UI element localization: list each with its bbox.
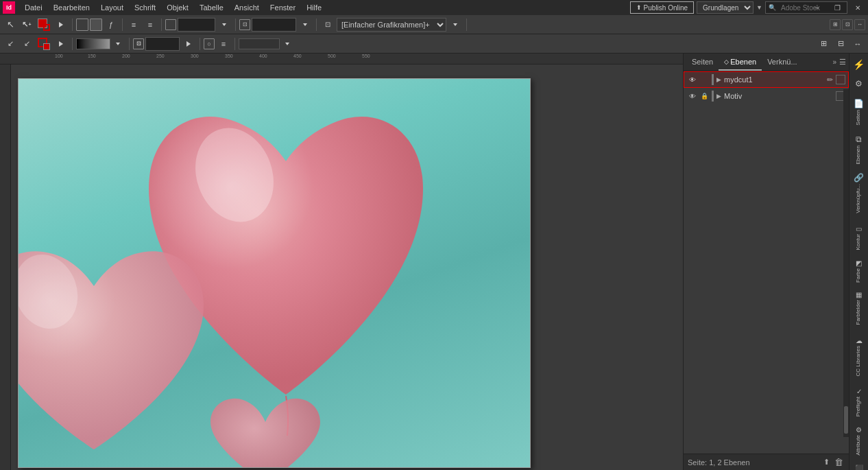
stroke-color-button[interactable] <box>36 36 52 52</box>
layer-expand-motiv[interactable]: ▶ <box>716 93 721 99</box>
strip-kontur-button[interactable]: ▭ Kontur <box>849 221 869 255</box>
layer-lock-motiv[interactable]: 🔒 <box>699 93 709 99</box>
menu-window[interactable]: Fenster <box>266 2 300 13</box>
view-toggle-3[interactable]: ↔ <box>854 19 865 30</box>
window-controls: ─ ❐ ✕ <box>806 0 868 15</box>
toolbar-second: ↙ ↙ ⊡ 100 % ○ ≡ ⊞ ⊟ ↔ <box>0 34 868 54</box>
strip-verknup-button[interactable]: 🔗 Verknüpfu... <box>849 169 869 218</box>
strip-preflight-button[interactable]: ✓ Preflight <box>849 384 869 421</box>
layer-square-mydcut1[interactable] <box>836 75 845 84</box>
restore-button[interactable]: ❐ <box>827 0 847 15</box>
frame-icon-button[interactable] <box>165 19 176 30</box>
play-button-2[interactable] <box>53 36 69 51</box>
frame-style-select[interactable]: [Einfacher Grafikrahmen]+ <box>337 18 446 32</box>
strip-farbfelder-label: Farbfelder <box>856 300 862 325</box>
layers-scrollbar[interactable] <box>843 89 849 437</box>
action-icon-1[interactable]: ⊞ <box>816 36 831 51</box>
menu-bar: Id Datei Bearbeiten Layout Schrift Objek… <box>0 0 868 15</box>
view-option-2[interactable]: ≡ <box>216 36 231 51</box>
view-toggle-2[interactable]: ⊡ <box>842 19 853 30</box>
layer-item-motiv[interactable]: 👁 🔒 ▶ Motiv <box>684 88 849 104</box>
flash-icon: ⚡ <box>853 59 865 70</box>
align-left-button[interactable]: ≡ <box>126 17 141 32</box>
menu-font[interactable]: Schrift <box>130 2 160 13</box>
menu-view[interactable]: Ansicht <box>230 2 263 13</box>
dim-dropdown-button[interactable] <box>298 17 313 32</box>
panel-menu-button[interactable]: ☰ <box>839 58 846 67</box>
select-all-button[interactable]: ↙ <box>3 36 18 51</box>
minimize-button[interactable]: ─ <box>806 0 827 15</box>
layer-expand-mydcut1[interactable]: ▶ <box>716 76 721 83</box>
play-button[interactable] <box>53 17 69 32</box>
menu-file[interactable]: Datei <box>21 2 47 13</box>
panel-more-button[interactable]: » <box>832 58 836 66</box>
strip-ebenen-button[interactable]: ⧉ Ebenen <box>849 130 869 169</box>
frame-style-arrow[interactable] <box>448 17 463 32</box>
strip-farbe-label: Farbe <box>856 268 862 283</box>
strip-cc-libraries-button[interactable]: ☁ CC Libraries <box>849 333 869 381</box>
strip-attribute-button[interactable]: ⚙ Attribute <box>849 422 869 460</box>
footer-action-button[interactable]: ⬆ <box>820 456 832 469</box>
tab-ebenen-label: Ebenen <box>730 58 756 66</box>
color-swatch-arrow[interactable] <box>110 36 125 51</box>
resize-icon-button[interactable]: ⊡ <box>239 19 250 30</box>
deselect-button[interactable]: ↙ <box>19 36 34 51</box>
menu-help[interactable]: Hilfe <box>302 2 326 13</box>
menu-edit[interactable]: Bearbeiten <box>49 2 94 13</box>
strip-cc-label: CC Libraries <box>856 346 862 376</box>
frame-type-button[interactable] <box>90 19 102 31</box>
view-toggle-1[interactable]: ⊞ <box>830 19 841 30</box>
tab-ebenen[interactable]: ◇ Ebenen <box>719 54 762 71</box>
canvas-area[interactable]: 100 150 200 250 300 350 400 450 500 550 <box>0 54 683 470</box>
align-center-button[interactable]: ≡ <box>143 17 158 32</box>
footer-delete-button[interactable]: 🗑 <box>832 456 845 469</box>
extra-dropdown[interactable] <box>280 36 295 51</box>
layer-item-mydcut1[interactable]: 👁 ▶ mydcut1 ✏ <box>684 71 849 88</box>
layer-bar-mydcut1 <box>712 74 714 85</box>
menu-table[interactable]: Tabelle <box>195 2 228 13</box>
stroke-value-input[interactable]: 0 Pt <box>178 18 215 32</box>
view-mode-button[interactable]: ○ <box>204 38 215 49</box>
strip-farbe-button[interactable]: ◩ Farbe <box>849 255 869 287</box>
gear-settings-button[interactable]: ⚙ <box>849 76 869 92</box>
fill-color-button[interactable] <box>36 16 52 33</box>
publish-online-button[interactable]: ⬆ Publish Online <box>630 1 694 14</box>
strip-farbfelder-button[interactable]: ▦ Farbfelder <box>849 287 869 329</box>
zoom-play-button[interactable] <box>181 36 196 51</box>
frame-select-button[interactable] <box>76 19 88 31</box>
direct-select-button[interactable]: ↖+ <box>19 17 34 32</box>
action-icon-3[interactable]: ↔ <box>850 36 865 51</box>
dimension-value-input[interactable]: 4,233 mm <box>252 18 296 32</box>
strip-hintergrund-button[interactable]: ⬛ Hintergun... <box>849 460 869 470</box>
strip-kontur-label: Kontur <box>856 234 862 250</box>
workspace-select[interactable]: Grundlagen <box>697 1 754 14</box>
strip-seiten-button[interactable]: 📄 Seiten <box>849 95 869 130</box>
strip-ebenen-label: Ebenen <box>856 145 862 165</box>
selection-tool-button[interactable]: ↖ <box>3 17 18 32</box>
tab-verknup[interactable]: Verknü... <box>762 54 802 71</box>
frame-fit-button[interactable]: ⊡ <box>320 17 335 32</box>
stroke-dropdown-button[interactable] <box>217 17 232 32</box>
strip-preflight-label: Preflight <box>856 397 862 416</box>
search-icon: 🔍 <box>769 4 776 11</box>
zoom-icon-button[interactable]: ⊡ <box>133 38 144 49</box>
expand-ebenen-icon: ◇ <box>724 58 729 65</box>
function-button[interactable]: ƒ <box>104 17 119 32</box>
tab-seiten[interactable]: Seiten <box>686 54 719 71</box>
canvas-viewport[interactable] <box>11 64 683 470</box>
zoom-input[interactable]: 100 % <box>145 37 180 51</box>
farbfelder-icon: ▦ <box>856 291 862 298</box>
menu-layout[interactable]: Layout <box>97 2 128 13</box>
ebenen-icon: ⧉ <box>856 134 862 144</box>
vertical-ruler <box>0 64 11 470</box>
action-icon-2[interactable]: ⊟ <box>833 36 848 51</box>
menu-object[interactable]: Objekt <box>162 2 193 13</box>
close-button[interactable]: ✕ <box>847 0 868 15</box>
layer-pen-icon-mydcut1[interactable]: ✏ <box>825 75 834 84</box>
verknup-icon: 🔗 <box>854 173 864 183</box>
layer-eye-mydcut1[interactable]: 👁 <box>687 74 698 85</box>
panel-tabs-controls: » ☰ <box>832 58 846 67</box>
layers-scroll-thumb[interactable] <box>844 406 848 434</box>
layer-eye-motiv[interactable]: 👁 <box>687 91 698 102</box>
flash-icon-button[interactable]: ⚡ <box>849 56 869 73</box>
